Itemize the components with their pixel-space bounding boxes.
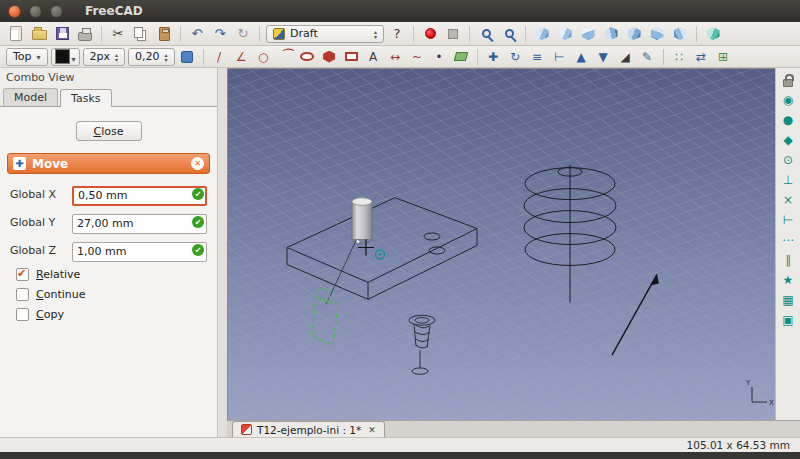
draft-rectangle-button[interactable] [342, 48, 361, 66]
snap-grid-button[interactable]: ▦ [779, 291, 797, 308]
draft-rotate-button[interactable]: ↻ [506, 48, 525, 66]
global-z-label: Global Z [10, 244, 72, 257]
print-icon [78, 32, 92, 41]
cylinder-solid[interactable] [352, 198, 372, 243]
snap-ortho-button[interactable]: ⊥ [779, 171, 797, 188]
view-right-button[interactable] [601, 24, 621, 44]
draft-mirror-button[interactable]: ⇄ [692, 48, 711, 66]
view-front-button[interactable] [555, 24, 575, 44]
continue-checkbox[interactable] [16, 288, 29, 301]
snap-parallel-button[interactable]: ∥ [779, 251, 797, 268]
global-y-input[interactable] [72, 214, 207, 234]
zoom-fit-button[interactable] [476, 24, 496, 44]
draft-arc-button[interactable]: ( [276, 47, 294, 66]
collapse-task-icon[interactable] [191, 157, 204, 170]
draft-wire-button[interactable]: ∠ [232, 48, 251, 66]
draft-scale-button[interactable]: ◢ [616, 48, 635, 66]
cut-button[interactable]: ✂ [108, 24, 128, 44]
valid-check-icon [192, 216, 204, 228]
tab-tasks[interactable]: Tasks [60, 89, 111, 107]
refresh-button[interactable]: ↻ [233, 24, 253, 44]
plane-top-button[interactable]: Top [6, 48, 48, 66]
window-minimize-button[interactable] [29, 5, 42, 18]
document-tab[interactable]: T12-ejemplo-ini : 1* ✕ [232, 421, 385, 437]
3d-viewport[interactable]: Y X [227, 68, 775, 420]
base-point-marker [356, 240, 360, 244]
window-edge [0, 452, 800, 459]
line-width-dropdown[interactable]: 2px [83, 48, 126, 66]
new-file-button[interactable] [6, 24, 26, 44]
snap-intersection-button[interactable]: × [779, 191, 797, 208]
tab-model[interactable]: Model [3, 88, 58, 106]
macro-stop-button[interactable] [443, 24, 463, 44]
draft-ellipse-button[interactable] [298, 48, 317, 66]
draft-edit-button[interactable]: ✎ [638, 48, 657, 66]
autogroup-button[interactable] [178, 48, 197, 66]
draft-text-button[interactable]: A [364, 48, 383, 66]
view-top-button[interactable] [578, 24, 598, 44]
snap-extension-button[interactable]: ⋯ [779, 231, 797, 248]
window-close-button[interactable] [8, 5, 21, 18]
draft-bspline-button[interactable]: ~ [408, 48, 427, 66]
snap-lock-button[interactable] [779, 71, 797, 88]
view-left-button[interactable] [670, 24, 690, 44]
window-maximize-button[interactable] [50, 5, 63, 18]
workbench-selector[interactable]: Draft [266, 25, 384, 43]
draft-polygon-button[interactable] [320, 48, 339, 66]
close-button[interactable]: Close [76, 121, 142, 141]
draft-rectangle-icon [345, 52, 358, 61]
global-z-input[interactable] [72, 242, 207, 262]
relative-checkbox[interactable] [16, 268, 29, 281]
global-x-input[interactable] [72, 186, 207, 206]
redo-button[interactable]: ↷ [210, 24, 230, 44]
global-z-field [72, 240, 207, 260]
copy-button[interactable] [131, 24, 151, 44]
snap-workingplane-button[interactable]: ▣ [779, 311, 797, 328]
axis-y-label: Y [745, 379, 751, 387]
toolbar-separator [663, 49, 664, 65]
draft-toolbar: Top 2px 0,20 / ∠ ○ ( A ↔ ~ • ✚ ↻ ≡ [0, 46, 800, 68]
undo-button[interactable]: ↶ [187, 24, 207, 44]
draft-offset-button[interactable]: ≡ [528, 48, 547, 66]
line-width-value: 2px [90, 50, 111, 63]
view-rear-button[interactable] [624, 24, 644, 44]
toolbar-separator [525, 26, 526, 42]
draft-downgrade-button[interactable]: ▼ [594, 48, 613, 66]
snap-perpendicular-button[interactable]: ⊢ [779, 211, 797, 228]
draft-point-button[interactable]: • [430, 48, 449, 66]
scale-spinner[interactable]: 0,20 [128, 48, 175, 66]
view-isometric-button[interactable] [703, 24, 723, 44]
snap-midpoint-button[interactable]: ● [779, 111, 797, 128]
whats-this-button[interactable]: ? [387, 24, 407, 44]
draft-move-button[interactable]: ✚ [484, 48, 503, 66]
snap-center-button[interactable]: ⊙ [779, 151, 797, 168]
view-bottom-button[interactable] [647, 24, 667, 44]
valid-check-icon [192, 244, 204, 256]
standard-toolbar: ✂ ↶ ↷ ↻ Draft ? [0, 22, 800, 46]
snap-special-button[interactable]: ★ [779, 271, 797, 288]
draft-array-button[interactable]: ∷ [670, 48, 689, 66]
snap-endpoint-button[interactable]: ◉ [779, 91, 797, 108]
save-file-button[interactable] [52, 24, 72, 44]
view-axonometric-button[interactable] [532, 24, 552, 44]
paste-button[interactable] [154, 24, 174, 44]
draft-trimex-button[interactable]: ⊢ [550, 48, 569, 66]
draft-facebinder-button[interactable] [452, 48, 471, 66]
document-tab-close-icon[interactable]: ✕ [368, 425, 376, 435]
macro-record-button[interactable] [420, 24, 440, 44]
draft-line-button[interactable]: / [210, 48, 229, 66]
draft-circle-button[interactable]: ○ [254, 48, 273, 66]
zoom-selection-button[interactable] [499, 24, 519, 44]
draft-upgrade-button[interactable]: ▲ [572, 48, 591, 66]
move-task-header[interactable]: Move [7, 153, 210, 174]
draft-clone-button[interactable]: ⊞ [714, 48, 733, 66]
macro-record-icon [425, 28, 436, 39]
open-file-button[interactable] [29, 24, 49, 44]
draft-workbench-icon [273, 28, 285, 40]
copy-checkbox[interactable] [16, 308, 29, 321]
draft-dimension-button[interactable]: ↔ [386, 48, 405, 66]
line-color-button[interactable] [51, 48, 80, 66]
print-button[interactable] [75, 24, 95, 44]
panel-splitter[interactable] [218, 68, 227, 437]
snap-angle-button[interactable]: ◆ [779, 131, 797, 148]
